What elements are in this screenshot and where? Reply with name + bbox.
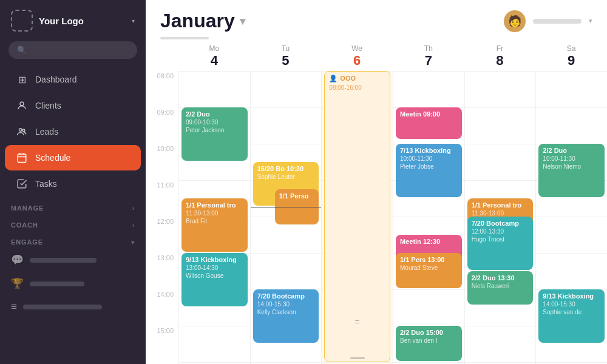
day-header-th: Th 7 [393, 44, 464, 69]
event-personal-tro-mo[interactable]: 1/1 Personal tro 11:30-13:00 Brad Fit [181, 198, 248, 252]
sidebar-item-label: Tasks [35, 179, 57, 189]
engage-row-list[interactable]: ≡ [5, 295, 141, 318]
trophy-icon: 🏆 [11, 277, 24, 290]
event-2-2-duo-fr-niels[interactable]: 2/2 Duo 13:30 Niels Rauweri [467, 271, 534, 305]
day-col-sa: 2/2 Duo 10:00-11:30 Nelson Niemo 9/13 Ki… [535, 71, 607, 364]
user-chevron-icon[interactable]: ▾ [589, 17, 592, 25]
sidebar-item-dashboard[interactable]: ⊞ Dashboard [5, 67, 141, 92]
day-header-mo: Mo 4 [178, 44, 250, 69]
month-label: January [160, 10, 235, 32]
logo-text: Your Logo [39, 16, 84, 26]
engage-label-line [23, 305, 102, 309]
sidebar-item-leads[interactable]: Leads [5, 119, 141, 144]
engage-label-line [30, 281, 84, 286]
day-header-sa: Sa 9 [535, 44, 607, 69]
dashboard-icon: ⊞ [16, 73, 28, 86]
day-header-fr: Fr 8 [464, 44, 536, 69]
section-engage[interactable]: ENGAGE ▾ [0, 231, 146, 248]
list-icon: ≡ [11, 301, 17, 313]
sidebar-item-clients[interactable]: Clients [5, 93, 141, 118]
time-column: 08:00 09:00 10:00 11:00 12:00 13:00 14:0… [146, 71, 178, 364]
svg-point-2 [22, 129, 25, 132]
chat-icon: 💬 [11, 254, 24, 266]
tasks-icon [16, 178, 28, 190]
event-7-20-bootcamp-fr[interactable]: 7/20 Bootcamp 12:00-13:30 Hugo Troost [467, 217, 534, 270]
event-2-2-duo-th[interactable]: 2/2 Duo 15:00 Ben van den I [396, 326, 462, 361]
svg-point-1 [19, 129, 22, 132]
header-right: 🧑 ▾ [504, 10, 592, 32]
sidebar-item-label: Clients [35, 101, 61, 110]
coach-chevron-icon: › [132, 222, 135, 229]
resize-handle[interactable]: = [355, 317, 360, 327]
event-meetin-th-1[interactable]: Meetin 09:00 [396, 107, 462, 139]
month-chevron-icon[interactable]: ▾ [240, 15, 245, 28]
main-content: January ▾ 🧑 ▾ Mo 4 Tu 5 We 6 Th [146, 0, 607, 364]
calendar[interactable]: Mo 4 Tu 5 We 6 Th 7 Fr 8 Sa 9 [146, 39, 607, 364]
user-name-line [533, 19, 582, 24]
sidebar-item-tasks[interactable]: Tasks [5, 171, 141, 197]
clients-icon [16, 99, 28, 112]
sidebar-item-label: Schedule [35, 153, 70, 163]
header: January ▾ 🧑 ▾ [146, 0, 607, 32]
drag-handle[interactable] [350, 357, 365, 359]
day-col-mo: 2/2 Duo 09:00-10:30 Peter Jackson 1/1 Pe… [178, 71, 250, 364]
sidebar: Your Logo ▾ 🔍 ⊞ Dashboard Clients Leads [0, 0, 146, 364]
day-header-we: We 6 [321, 44, 393, 69]
nav-list: ⊞ Dashboard Clients Leads Schedule Tas [0, 66, 146, 197]
event-1-1-pers-th[interactable]: 1/1 Pers 13:00 Mourad Steve [396, 253, 462, 288]
engage-row-trophy[interactable]: 🏆 [5, 272, 141, 295]
sidebar-item-schedule[interactable]: Schedule [5, 145, 141, 170]
leads-icon [16, 126, 28, 138]
avatar[interactable]: 🧑 [504, 10, 526, 32]
day-col-fr: 1/1 Personal tro 11:30-13:00 Brad Fit 7/… [464, 71, 536, 364]
engage-row-chat[interactable]: 💬 [5, 248, 141, 272]
svg-rect-3 [18, 154, 26, 163]
day-col-tu: 16/20 Bo 10:30 Sophie Leuter 1/1 Perso 7… [250, 71, 322, 364]
event-2-2-duo-mo[interactable]: 2/2 Duo 09:00-10:30 Peter Jackson [181, 107, 248, 161]
section-manage[interactable]: MANAGE › [0, 197, 146, 214]
day-col-th: Meetin 09:00 7/13 Kickboxing 10:00-11:30… [393, 71, 464, 364]
section-coach[interactable]: COACH › [0, 214, 146, 231]
event-2-2-duo-sa[interactable]: 2/2 Duo 10:00-11:30 Nelson Niemo [538, 144, 605, 197]
sidebar-item-label: Leads [35, 127, 58, 136]
logo-area[interactable]: Your Logo ▾ [0, 0, 146, 41]
calendar-body: 08:00 09:00 10:00 11:00 12:00 13:00 14:0… [146, 71, 607, 364]
engage-label-line [30, 258, 97, 263]
logo-chevron-icon: ▾ [132, 18, 135, 24]
engage-chevron-icon: ▾ [131, 239, 135, 246]
day-col-we: 👤 OOO 08:00-16:00 = [321, 71, 393, 364]
day-header-tu: Tu 5 [250, 44, 322, 69]
event-kickboxing-mo[interactable]: 9/13 Kickboxing 13:00-14:30 Wilson Gouse [181, 253, 248, 306]
svg-point-0 [20, 102, 24, 106]
month-title: January ▾ [160, 10, 245, 32]
schedule-icon [16, 152, 28, 164]
search-icon: 🔍 [17, 46, 27, 55]
logo-icon [11, 10, 33, 32]
search-bar[interactable]: 🔍 [8, 41, 137, 59]
day-headers: Mo 4 Tu 5 We 6 Th 7 Fr 8 Sa 9 [146, 39, 607, 71]
engage-items: 💬 🏆 ≡ [0, 248, 146, 318]
person-icon: 👤 [329, 74, 337, 83]
event-kickboxing-sa[interactable]: 9/13 Kickboxing 14:00-15:30 Sophie van d… [538, 289, 605, 343]
event-7-13-kickboxing[interactable]: 7/13 Kickboxing 10:00-11:30 Pieter Jobse [396, 144, 462, 197]
manage-chevron-icon: › [132, 205, 135, 212]
sidebar-item-label: Dashboard [35, 75, 77, 84]
event-7-20-bootcamp-tu[interactable]: 7/20 Bootcamp 14:00-15:30 Kelly Clarkson [253, 289, 319, 343]
